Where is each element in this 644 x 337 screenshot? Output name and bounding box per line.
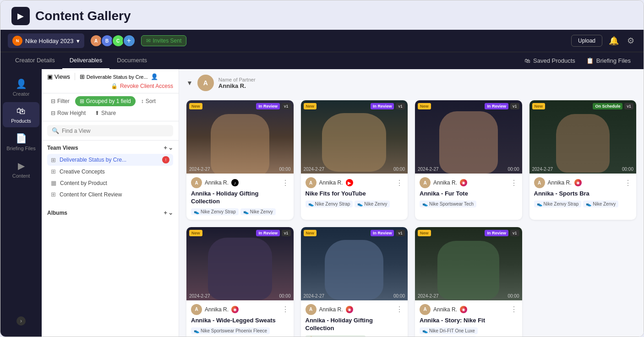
tab-deliverables[interactable]: Deliverables xyxy=(62,52,110,69)
view-item-content-by-product[interactable]: ▦ Content by Product xyxy=(47,177,173,189)
content-card[interactable]: New In Review v1 2024-2-27 00:00 xyxy=(186,100,294,220)
top-nav-actions: Upload 🔔 ⚙ xyxy=(571,34,636,48)
sidebar-item-briefing[interactable]: 📄 Briefing Files xyxy=(3,129,39,155)
view-item-deliverable-status[interactable]: ⊞ Deliverable Status by Cre... ! xyxy=(47,154,173,166)
tag-icon: 👟 xyxy=(194,209,199,214)
grid-icon: ⊞ xyxy=(51,157,56,163)
revoke-client-access-button[interactable]: 🔒 Revoke Client Access xyxy=(111,83,173,89)
search-bar: 🔍 xyxy=(42,121,179,141)
card-tags: 📦Nike Experts Gift Guide xyxy=(306,335,404,337)
badge-version: v1 xyxy=(282,103,291,109)
person-icon: 👤 xyxy=(151,73,158,80)
collapse-group-button[interactable]: ▼ xyxy=(186,79,193,87)
sidebar-item-products[interactable]: 🛍 Products xyxy=(3,102,39,127)
briefing-files-button[interactable]: 📋 Briefing Files xyxy=(581,54,636,68)
view-item-creative-concepts[interactable]: ⊞ Creative Concepts xyxy=(47,166,173,177)
add-view-button[interactable]: + ⌄ xyxy=(164,144,173,151)
filter-button[interactable]: ⊟ Filter xyxy=(47,96,73,106)
content-area: ▼ A Name of Partner Annika R. New xyxy=(179,69,644,337)
card-menu-button[interactable]: ⋮ xyxy=(396,179,403,187)
saved-products-button[interactable]: 🛍 Saved Products xyxy=(519,54,581,68)
sidebar-expand-button[interactable]: › xyxy=(16,316,26,326)
badge-new: New xyxy=(189,230,202,236)
card-title: Annika - Sports Bra xyxy=(534,190,632,198)
instagram-icon: ◉ xyxy=(346,306,353,313)
card-thumbnail: New In Review v1 2024-2-27 00:00 xyxy=(415,100,522,174)
badge-new: New xyxy=(532,103,546,109)
add-album-button[interactable]: + ⌄ xyxy=(164,209,173,216)
sort-icon: ↕ xyxy=(141,98,144,104)
content-card[interactable]: New In Review v1 2024-2-27 00:00 xyxy=(301,227,408,337)
grid-icon: ⊞ xyxy=(51,168,56,175)
card-menu-button[interactable]: ⋮ xyxy=(282,305,289,314)
team-views-header: Team Views + ⌄ xyxy=(47,144,173,151)
youtube-icon: ▶ xyxy=(346,179,353,186)
card-thumbnail: New In Review v1 2024-2-27 00:00 xyxy=(415,227,522,300)
upload-button[interactable]: Upload xyxy=(571,35,602,47)
card-avatar: A xyxy=(420,177,431,188)
settings-button[interactable]: ⚙ xyxy=(625,34,636,48)
instagram-icon: ◉ xyxy=(574,179,582,186)
grouped-button[interactable]: ⊞ Grouped by 1 field xyxy=(75,96,136,106)
campaign-name: Nike Holiday 2023 xyxy=(25,38,74,44)
card-avatar: A xyxy=(306,177,317,188)
sidebar-item-creator[interactable]: 👤 Creator xyxy=(3,75,39,100)
sidebar-item-label: Products xyxy=(11,118,31,124)
view-item-content-client-review[interactable]: ⊞ Content for Client Review xyxy=(47,189,173,200)
search-input[interactable] xyxy=(62,128,169,134)
sidebar: 👤 Creator 🛍 Products 📄 Briefing Files ▶ … xyxy=(0,69,42,337)
chevron-down-icon: ▾ xyxy=(76,38,80,44)
card-menu-button[interactable]: ⋮ xyxy=(510,179,518,187)
card-title: Annika - Story: Nike Fit xyxy=(420,317,518,325)
main-area: 👤 Creator 🛍 Products 📄 Briefing Files ▶ … xyxy=(0,69,644,337)
views-toggle[interactable]: ▣ Views xyxy=(47,73,70,80)
campaign-selector[interactable]: N Nike Holiday 2023 ▾ xyxy=(8,33,84,48)
badge-version: v1 xyxy=(396,230,405,236)
tab-documents[interactable]: Documents xyxy=(109,52,154,69)
card-date: 2024-2-27 xyxy=(189,167,210,172)
nike-logo: N xyxy=(12,36,22,46)
card-thumbnail: New In Review v1 2024-2-27 00:00 xyxy=(301,100,408,174)
card-date: 2024-2-27 xyxy=(189,294,210,299)
card-username: Annika R. xyxy=(433,179,457,186)
tab-creator-details[interactable]: Creator Details xyxy=(8,52,62,69)
badge-status: In Review xyxy=(256,230,280,236)
content-card[interactable]: New In Review v1 2024-2-27 00:00 xyxy=(186,227,294,337)
notifications-button[interactable]: 🔔 xyxy=(607,34,621,48)
card-date: 2024-2-27 xyxy=(418,167,439,172)
card-tags: 👟Nike Zenvy Strap 👟Nike Zenvy xyxy=(191,208,289,215)
card-tags: 👟Nike Zenvy Strap 👟Nike Zenvy xyxy=(306,201,404,207)
share-button[interactable]: ⬆ Share xyxy=(91,108,120,118)
card-duration: 00:00 xyxy=(393,167,405,172)
tag-icon: 👟 xyxy=(586,201,591,207)
invites-badge[interactable]: ✉ Invites Sent xyxy=(141,35,187,46)
card-duration: 00:00 xyxy=(622,167,633,172)
row-height-button[interactable]: ⊟ Row Height xyxy=(47,108,89,118)
content-card[interactable]: New In Review v1 2024-2-27 00:00 xyxy=(301,100,408,220)
search-icon: 🔍 xyxy=(52,127,59,134)
card-menu-button[interactable]: ⋮ xyxy=(510,305,518,314)
badge-status: In Review xyxy=(371,103,394,109)
tiktok-icon: ♪ xyxy=(231,179,239,186)
content-icon: ▶ xyxy=(18,160,25,171)
status-selector[interactable]: ⊞ Deliverable Status by Cre... 👤 xyxy=(80,73,158,80)
creator-icon: 👤 xyxy=(16,78,27,89)
tab-bar: Creator Details Deliverables Documents 🛍… xyxy=(0,52,644,69)
card-avatar: A xyxy=(420,304,431,315)
share-icon: ⬆ xyxy=(95,110,99,116)
sidebar-item-content[interactable]: ▶ Content xyxy=(3,157,39,182)
content-card[interactable]: New In Review v1 2024-2-27 00:00 xyxy=(415,100,522,220)
grid-icon: ⊞ xyxy=(51,191,56,198)
card-title: Annika - Fur Tote xyxy=(420,190,518,198)
content-card[interactable]: New In Review v1 2024-2-27 00:00 xyxy=(415,227,522,337)
top-nav: N Nike Holiday 2023 ▾ A B C + ✉ Invites … xyxy=(0,30,644,52)
card-menu-button[interactable]: ⋮ xyxy=(396,305,403,314)
card-menu-button[interactable]: ⋮ xyxy=(624,179,632,187)
card-menu-button[interactable]: ⋮ xyxy=(282,179,289,187)
card-avatar: A xyxy=(191,304,202,315)
avatar-group: A B C + xyxy=(90,34,136,47)
add-avatar-button[interactable]: + xyxy=(123,34,136,47)
sort-button[interactable]: ↕ Sort xyxy=(137,96,159,106)
content-card[interactable]: New On Schedule v1 2024-2-27 00:00 xyxy=(529,100,637,220)
badge-new: New xyxy=(418,103,431,109)
